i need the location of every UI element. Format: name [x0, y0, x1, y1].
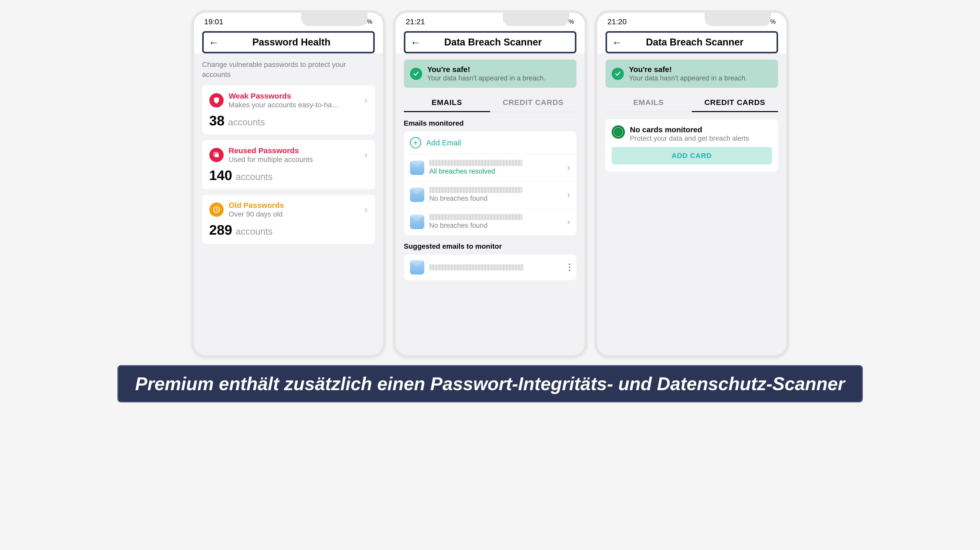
header: ← Password Health — [202, 31, 375, 53]
chevron-right-icon: › — [364, 95, 368, 106]
count-label: accounts — [236, 226, 273, 237]
more-icon[interactable] — [569, 263, 570, 271]
safe-title: You're safe! — [629, 65, 772, 74]
tab-credit-cards[interactable]: CREDIT CARDS — [692, 93, 778, 112]
count-value: 289 — [209, 222, 232, 238]
card-subtitle: Used for multiple accounts — [229, 156, 360, 164]
chevron-right-icon: › — [567, 190, 570, 200]
phone-breach-emails: 21:21 ✢ ⋮ ᯤ ⦿ ₊ıl ₊ıl 87% ← Data Breach … — [393, 10, 587, 357]
count-value: 38 — [209, 113, 224, 128]
mail-icon — [410, 215, 424, 229]
email-address-redacted — [430, 214, 522, 220]
chevron-right-icon: › — [567, 217, 570, 227]
section-suggested-emails: Suggested emails to monitor — [404, 242, 576, 250]
mail-icon — [410, 188, 424, 202]
page-title: Password Health — [225, 37, 368, 48]
chevron-right-icon: › — [364, 204, 368, 215]
tab-emails[interactable]: EMAILS — [606, 93, 692, 112]
back-icon[interactable]: ← — [209, 37, 219, 48]
header: ← Data Breach Scanner — [404, 31, 576, 53]
email-row[interactable]: No breaches found › — [404, 208, 576, 235]
email-address-redacted — [430, 160, 522, 166]
section-emails-monitored: Emails monitored — [404, 119, 576, 128]
card-subtitle: Makes your accounts easy-to-ha… — [229, 101, 360, 109]
add-email-label: Add Email — [426, 139, 461, 147]
email-address-redacted — [430, 264, 523, 270]
check-icon — [410, 68, 422, 80]
phone-password-health: 19:01 ✢ ⋮ ᯤ ⦿ ₊ıl ₊ıl 93% ← Password Hea… — [191, 10, 385, 357]
mail-icon — [410, 260, 424, 274]
page-subtext: Change vulnerable passwords to protect y… — [202, 59, 375, 80]
phone-notch — [301, 13, 368, 26]
suggested-email-row[interactable] — [404, 255, 576, 280]
tabs: EMAILS CREDIT CARDS — [606, 93, 778, 112]
safe-banner: You're safe! Your data hasn't appeared i… — [606, 59, 778, 88]
footer-text: Premium enthält zusätzlich einen Passwor… — [129, 372, 851, 395]
chevron-right-icon: › — [364, 150, 368, 160]
content: You're safe! Your data hasn't appeared i… — [396, 53, 585, 355]
phone-notch — [503, 13, 569, 26]
safe-title: You're safe! — [427, 65, 570, 74]
no-cards-title: No cards monitored — [630, 125, 772, 134]
clock-icon — [209, 202, 224, 217]
count-label: accounts — [228, 117, 265, 128]
card-weak-passwords[interactable]: Weak Passwords Makes your accounts easy-… — [202, 86, 375, 135]
no-cards-subtitle: Protect your data and get breach alerts — [630, 135, 772, 142]
card-title: Weak Passwords — [229, 92, 360, 100]
emails-list: + Add Email All breaches resolved › No b… — [404, 131, 576, 235]
radar-icon — [612, 125, 625, 139]
content: Change vulnerable passwords to protect y… — [194, 53, 383, 355]
back-icon[interactable]: ← — [612, 37, 622, 48]
page-title: Data Breach Scanner — [427, 37, 570, 48]
card-subtitle: Over 90 days old — [229, 210, 360, 218]
count-label: accounts — [236, 172, 273, 182]
back-icon[interactable]: ← — [410, 37, 421, 48]
suggested-emails-list — [404, 255, 576, 280]
email-status: All breaches resolved — [430, 167, 562, 175]
phone-notch — [705, 13, 771, 26]
safe-subtitle: Your data hasn't appeared in a breach. — [629, 74, 772, 82]
tab-emails[interactable]: EMAILS — [404, 93, 490, 112]
email-address-redacted — [430, 187, 522, 193]
footer-banner: Premium enthält zusätzlich einen Passwor… — [118, 365, 863, 402]
plus-icon: + — [410, 137, 421, 148]
safe-subtitle: Your data hasn't appeared in a breach. — [427, 74, 570, 82]
copy-icon — [209, 148, 224, 162]
header: ← Data Breach Scanner — [606, 31, 778, 53]
mail-icon — [410, 161, 424, 175]
card-reused-passwords[interactable]: Reused Passwords Used for multiple accou… — [202, 140, 375, 189]
status-time: 21:20 — [608, 18, 627, 26]
content: You're safe! Your data hasn't appeared i… — [597, 53, 786, 355]
card-title: Reused Passwords — [229, 146, 360, 155]
email-row[interactable]: No breaches found › — [404, 181, 576, 208]
count-value: 140 — [209, 167, 232, 183]
email-row[interactable]: All breaches resolved › — [404, 154, 576, 181]
email-status: No breaches found — [430, 194, 562, 202]
card-old-passwords[interactable]: Old Passwords Over 90 days old › 289 acc… — [202, 195, 375, 244]
tabs: EMAILS CREDIT CARDS — [404, 93, 576, 112]
chevron-right-icon: › — [567, 163, 570, 173]
page-title: Data Breach Scanner — [628, 37, 772, 48]
add-card-button[interactable]: ADD CARD — [612, 147, 772, 164]
check-icon — [612, 68, 624, 80]
add-email-row[interactable]: + Add Email — [404, 131, 576, 154]
email-status: No breaches found — [430, 222, 562, 230]
phone-breach-cards: 21:20 ✢ ⋮ ᯤ ⦿ ₊ıl ₊ıl 87% ← Data Breach … — [595, 10, 789, 357]
shield-x-icon — [209, 93, 224, 107]
status-time: 19:01 — [204, 18, 223, 26]
status-time: 21:21 — [406, 18, 425, 26]
tab-credit-cards[interactable]: CREDIT CARDS — [490, 93, 576, 112]
svg-rect-0 — [215, 153, 218, 157]
card-title: Old Passwords — [229, 201, 360, 210]
no-cards-card: No cards monitored Protect your data and… — [606, 119, 778, 172]
safe-banner: You're safe! Your data hasn't appeared i… — [404, 59, 576, 88]
